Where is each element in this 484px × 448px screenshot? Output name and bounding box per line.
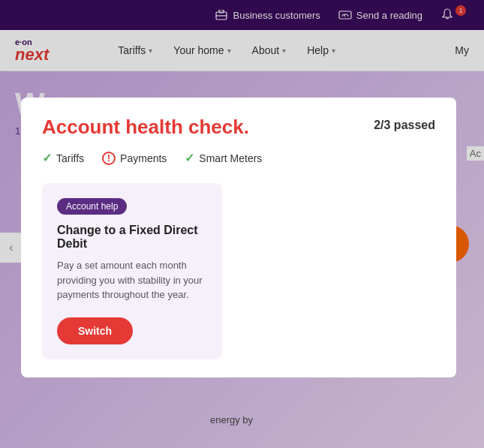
account-help-card: Account help Change to a Fixed Direct De… bbox=[42, 183, 222, 359]
modal-score: 2/3 passed bbox=[374, 119, 435, 132]
check-items-row: ✓ Tariffs ! Payments ✓ Smart Meters bbox=[42, 151, 435, 165]
switch-button[interactable]: Switch bbox=[57, 317, 133, 344]
check-warn-icon: ! bbox=[102, 152, 116, 165]
check-item-tariffs: ✓ Tariffs bbox=[42, 151, 84, 165]
check-item-smart-meters: ✓ Smart Meters bbox=[185, 151, 262, 165]
check-payments-label: Payments bbox=[120, 152, 167, 164]
check-pass-icon: ✓ bbox=[42, 151, 52, 165]
check-tariffs-label: Tariffs bbox=[56, 152, 84, 164]
modal-header: Account health check. 2/3 passed bbox=[42, 116, 435, 139]
card-title: Change to a Fixed Direct Debit bbox=[57, 224, 207, 251]
check-item-payments: ! Payments bbox=[102, 152, 167, 165]
check-pass-icon-2: ✓ bbox=[185, 151, 194, 165]
card-tag: Account help bbox=[57, 198, 127, 215]
card-description: Pay a set amount each month providing yo… bbox=[57, 258, 207, 302]
check-smart-meters-label: Smart Meters bbox=[199, 152, 262, 164]
account-health-check-modal: Account health check. 2/3 passed ✓ Tarif… bbox=[21, 98, 456, 377]
modal-title: Account health check. bbox=[42, 116, 249, 139]
